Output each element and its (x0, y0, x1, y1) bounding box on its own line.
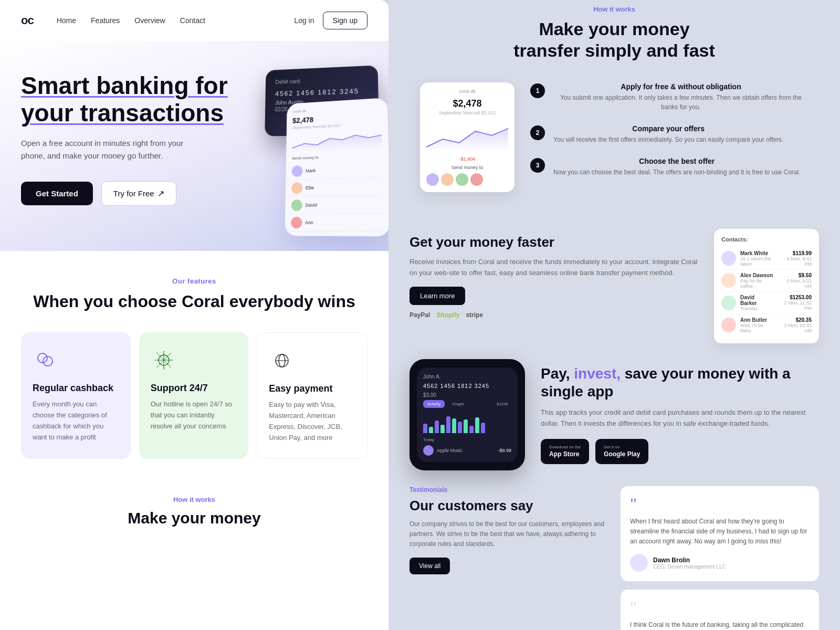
contact-date-david: 2 Mon, 11:52 PM (776, 300, 812, 311)
invest-phone-mockup: John A. 4562 1456 1812 3245 $3.00 Activi… (410, 359, 525, 470)
bar-4 (440, 425, 445, 433)
support-icon (151, 347, 177, 373)
phone-chart (292, 130, 382, 152)
send-avatar-2 (441, 173, 454, 186)
learn-more-button[interactable]: Learn more (410, 287, 465, 305)
view-all-button[interactable]: View all (410, 558, 450, 574)
features-section: Our features When you choose Coral every… (0, 251, 388, 480)
right-how-tag: How it works (420, 5, 808, 13)
svg-point-1 (43, 356, 52, 366)
support-desc: Our hotline is open 24/7 so that you can… (151, 399, 237, 432)
invest-text: Pay, invest, save your money with a sing… (541, 365, 819, 464)
phone-contact-3: David (291, 196, 383, 214)
contact-row-2: Alex Dawson Pay for for caffee $9.50 3 M… (721, 270, 812, 292)
right-panel: How it works Make your moneytransfer sim… (388, 0, 840, 630)
step-title-3: Choose the best offer (553, 157, 801, 165)
left-how-tag: How it works (21, 496, 368, 503)
bar-8 (464, 419, 468, 433)
testimonials-section: Testimonials Our customers say Our compa… (410, 486, 819, 630)
nav-link-overview[interactable]: Overview (134, 16, 165, 25)
payment-desc: Easy to pay with Visa, Mastercard, Ameri… (269, 400, 355, 443)
contact-name-3: David (305, 202, 383, 208)
contact-sub-ann: Wait, I'll be there (740, 323, 773, 333)
invest-tabs: Activity Graph $124k (423, 400, 511, 408)
invest-phone-inner: John A. 4562 1456 1812 3245 $3.00 Activi… (417, 368, 518, 462)
contact-info-mark: Mark White 16:1 return the latest (740, 250, 778, 267)
contact-name-2: Ellie (306, 184, 383, 191)
left-panel: oc Home Features Overview Contact Log in… (0, 0, 388, 630)
invest-amount-right: $124k (494, 400, 511, 408)
contact-avatar-4 (291, 217, 302, 228)
contact-row-4: Ann Butler Wait, I'll be there $20.35 3 … (721, 314, 812, 336)
get-started-button[interactable]: Get Started (21, 182, 93, 205)
contact-date-alex: 3 Mon, 9:21 AM (780, 278, 812, 289)
app-store-button[interactable]: Download on the App Store (541, 439, 589, 464)
hero-title-line2: your transactions (21, 99, 224, 127)
google-play-large: Google Play (604, 450, 640, 459)
step-desc-2: You will receive the first offers immedi… (553, 135, 783, 144)
contact-date-mark: 4 Mon, 8:42 PM (782, 256, 812, 267)
support-title: Support 24/7 (151, 383, 237, 394)
contact-name-4: Ann (305, 220, 383, 226)
login-link[interactable]: Log in (294, 16, 314, 25)
bar-10 (475, 417, 479, 433)
invest-send-amount: -$9.99 (498, 448, 511, 453)
invest-tab-active[interactable]: Activity (423, 400, 445, 408)
nav-link-features[interactable]: Features (91, 16, 120, 25)
signup-button[interactable]: Sign up (323, 12, 368, 29)
right-middle-section: Get your money faster Receive invoices f… (410, 229, 819, 343)
features-title: When you choose Coral everybody wins (21, 291, 368, 311)
hero-section: Smart banking for your transactions Open… (0, 41, 388, 251)
bar-3 (435, 421, 439, 433)
app-forecast: September forecast $2,012 (426, 110, 508, 116)
google-play-button[interactable]: Get it on Google Play (595, 439, 648, 464)
send-avatar-3 (456, 173, 468, 186)
contacts-header: Contacts: (721, 236, 812, 243)
nav-link-home[interactable]: Home (57, 16, 76, 25)
testimonial-text-2: I think Coral is the future of banking, … (630, 620, 810, 630)
nav-right: Log in Sign up (294, 12, 368, 29)
payment-icon (269, 348, 295, 374)
app-preview-header: coral.dk (426, 89, 508, 94)
contacts-card: Contacts: Mark White 16:1 return the lat… (714, 229, 819, 343)
shopify-logo: Shopify (436, 311, 459, 319)
testimonials-title: Our customers say (410, 498, 608, 514)
phone-screen-inner: coral.dk $2,478 September forecast $2,01… (285, 98, 388, 236)
phone-contact-4: Ann (291, 214, 383, 232)
contact-sub-mark: 16:1 return the latest (740, 256, 778, 267)
quote-icon-2: " (630, 599, 810, 616)
contact-info-david: David Barker Transfer (740, 295, 772, 311)
step-desc-3: Now you can choose the best deal. The of… (553, 167, 801, 177)
feature-card-payment: Easy payment Easy to pay with Visa, Mast… (257, 332, 368, 458)
contact-avatar-ann (721, 318, 736, 332)
nav-links: Home Features Overview Contact (57, 16, 278, 25)
money-faster-desc: Receive invoices from Coral and receive … (410, 257, 698, 279)
step-title-1: Apply for free & without obligation (553, 82, 808, 91)
stripe-logo: stripe (466, 311, 483, 319)
contact-avatar-mark (721, 251, 736, 266)
invest-tab-graph[interactable]: Graph (449, 400, 467, 408)
money-faster-title: Get your money faster (410, 234, 698, 250)
contact-avatar-1 (292, 165, 303, 177)
phone-send-label: Send money to (292, 153, 382, 161)
try-free-button[interactable]: Try for Free ↗ (101, 181, 176, 206)
step-title-2: Compare your offers (553, 124, 783, 133)
bar-6 (452, 418, 456, 433)
steps-layout: coral.dk $2,478 September forecast $2,01… (420, 82, 808, 192)
phone-contact-2: Ellie (291, 178, 383, 197)
contact-avatar-alex (721, 273, 736, 288)
features-tag: Our features (21, 277, 368, 285)
step-num-1: 1 (530, 83, 545, 98)
app-preview: coral.dk $2,478 September forecast $2,01… (420, 82, 514, 192)
step-3: 3 Choose the best offer Now you can choo… (530, 157, 808, 177)
nav-link-contact[interactable]: Contact (180, 16, 205, 25)
contact-amount-david: $1253.00 2 Mon, 11:52 PM (776, 295, 812, 311)
bar-5 (446, 416, 450, 433)
contact-info-ann: Ann Butler Wait, I'll be there (740, 317, 773, 333)
phone-screen-mockup: coral.dk $2,478 September forecast $2,01… (285, 98, 388, 236)
testimonials-tag: Testimonials (410, 486, 608, 494)
contact-row-1: Mark White 16:1 return the latest $119.9… (721, 248, 812, 270)
step-num-3: 3 (530, 158, 545, 173)
contact-date-ann: 3 Mon, 02:31 AM (778, 323, 812, 333)
invest-phone-name: John A. (423, 374, 511, 380)
